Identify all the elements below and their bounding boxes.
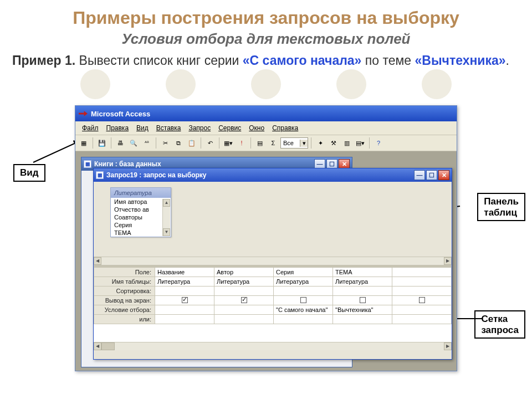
menu-help[interactable]: Справка — [269, 123, 301, 133]
cut-button[interactable]: ✂ — [159, 137, 171, 149]
cell-empty[interactable] — [392, 305, 452, 315]
cell-sort[interactable] — [333, 287, 392, 296]
menu-insert[interactable]: Вставка — [153, 123, 185, 133]
show-checkbox[interactable] — [300, 297, 306, 303]
cell-sort[interactable] — [155, 287, 214, 296]
scroll-thumb[interactable] — [101, 342, 115, 350]
cell-or[interactable] — [274, 315, 333, 324]
cell-field[interactable]: Название — [155, 268, 214, 277]
page-subtitle: Условия отбора для текстовых полей — [0, 30, 532, 48]
field-item[interactable]: Отчество ав — [111, 206, 171, 213]
menu-window[interactable]: Окно — [245, 123, 268, 133]
field-item[interactable]: Серия — [111, 221, 171, 229]
showtable-button[interactable]: ▤ — [254, 137, 266, 149]
toolbar: ▦ 💾 🖶 🔍 ᴬᴮ ✂ ⧉ 📋 ↶ ▦▾ ! ▤ Σ Все▾ ✦ ⚒ ▥ ▤… — [75, 135, 457, 151]
cell-empty[interactable] — [392, 315, 452, 324]
show-checkbox[interactable] — [241, 297, 247, 303]
table-pane[interactable]: Литература Имя автора Отчество ав Соавто… — [94, 182, 452, 265]
table-box-header[interactable]: Литература — [111, 188, 171, 198]
table-vscroll[interactable]: ▲ ▼ — [162, 199, 170, 236]
cell-table[interactable]: Литература — [214, 277, 274, 287]
cell-empty[interactable] — [392, 268, 452, 277]
scroll-up[interactable]: ▲ — [163, 199, 170, 207]
paste-button[interactable]: 📋 — [186, 137, 198, 149]
cell-field[interactable]: Серия — [274, 268, 333, 277]
cell-show[interactable] — [333, 296, 392, 305]
run-button[interactable]: ! — [236, 137, 248, 149]
help-button[interactable]: ? — [372, 137, 385, 149]
undo-button[interactable]: ↶ — [204, 137, 216, 149]
scroll-down[interactable]: ▼ — [163, 228, 170, 236]
grid-hscroll[interactable]: ◀ ▶ — [94, 342, 452, 350]
svg-line-0 — [33, 141, 80, 162]
cell-or[interactable] — [214, 315, 274, 324]
mdi-db-title: Книги : база данных — [94, 160, 161, 168]
save-button[interactable]: 💾 — [96, 137, 108, 149]
menu-file[interactable]: Файл — [79, 123, 102, 133]
cell-sort[interactable] — [214, 287, 274, 296]
scroll-left[interactable]: ◀ — [94, 257, 101, 265]
field-item[interactable]: Имя автора — [111, 198, 171, 206]
access-titlebar[interactable]: Microsoft Access — [75, 106, 457, 121]
access-app-icon — [79, 109, 88, 118]
table-box[interactable]: Литература Имя автора Отчество ав Соавто… — [110, 187, 171, 237]
spell-button[interactable]: ᴬᴮ — [141, 137, 153, 149]
show-checkbox[interactable] — [182, 297, 188, 303]
tpane-hscroll[interactable]: ◀ ▶ — [94, 257, 452, 265]
print-button[interactable]: 🖶 — [114, 137, 126, 149]
menu-edit[interactable]: Правка — [103, 123, 132, 133]
querytype-button[interactable]: ▦▾ — [222, 137, 234, 149]
row-field: Поле: — [94, 268, 155, 277]
cell-show[interactable] — [214, 296, 274, 305]
design-grid[interactable]: Поле: Название Автор Серия ТЕМА Имя табл… — [94, 267, 452, 350]
cell-show[interactable] — [155, 296, 214, 305]
mdi-query-window[interactable]: ▦ Запрос19 : запрос на выборку — ☐ ✕ Лит… — [93, 168, 452, 360]
topvalues-combo[interactable]: Все▾ — [280, 137, 308, 149]
cell-table[interactable]: Литература — [333, 277, 392, 287]
newobject-button[interactable]: ▤▾ — [354, 137, 366, 149]
show-checkbox[interactable] — [360, 297, 366, 303]
cell-field[interactable]: Автор — [214, 268, 274, 277]
menu-view[interactable]: Вид — [133, 123, 152, 133]
dbwindow-button[interactable]: ▥ — [341, 137, 353, 149]
show-checkbox[interactable] — [419, 297, 425, 303]
page-title: Примеры построения запросов на выборку — [0, 0, 532, 28]
query-close-button[interactable]: ✕ — [438, 170, 449, 180]
row-or: или: — [94, 315, 155, 324]
example-label: Пример 1. — [12, 53, 75, 68]
field-item[interactable]: ТЕМА — [111, 229, 171, 237]
cell-criteria[interactable]: "С самого начала" — [274, 305, 333, 315]
preview-button[interactable]: 🔍 — [127, 137, 140, 149]
properties-button[interactable]: ✦ — [314, 137, 326, 149]
cell-field[interactable]: ТЕМА — [333, 268, 392, 277]
cell-criteria[interactable] — [155, 305, 214, 315]
cell-empty[interactable] — [392, 287, 452, 296]
menu-tools[interactable]: Сервис — [215, 123, 244, 133]
query-max-button[interactable]: ☐ — [426, 170, 437, 180]
cell-or[interactable] — [333, 315, 392, 324]
field-item[interactable]: Соавторы — [111, 213, 171, 221]
query-min-button[interactable]: — — [414, 170, 425, 180]
menu-query[interactable]: Запрос — [185, 123, 214, 133]
db-icon: ▦ — [84, 160, 91, 168]
cell-criteria[interactable] — [214, 305, 274, 315]
cell-table[interactable]: Литература — [155, 277, 214, 287]
scroll-right[interactable]: ▶ — [444, 257, 452, 265]
cell-sort[interactable] — [274, 287, 333, 296]
cell-table[interactable]: Литература — [274, 277, 333, 287]
totals-button[interactable]: Σ — [267, 137, 279, 149]
view-button[interactable]: ▦ — [78, 137, 90, 149]
scroll-right[interactable]: ▶ — [444, 342, 452, 350]
mdi-query-titlebar[interactable]: ▦ Запрос19 : запрос на выборку — ☐ ✕ — [94, 168, 452, 182]
cell-or[interactable] — [155, 315, 214, 324]
cell-empty[interactable] — [392, 296, 452, 305]
copy-button[interactable]: ⧉ — [172, 137, 185, 149]
query-icon: ▦ — [96, 171, 104, 179]
cell-empty[interactable] — [392, 277, 452, 287]
table-field-list[interactable]: Имя автора Отчество ав Соавторы Серия ТЕ… — [111, 198, 171, 237]
scroll-left[interactable]: ◀ — [94, 342, 101, 350]
build-button[interactable]: ⚒ — [328, 137, 340, 149]
menubar: Файл Правка Вид Вставка Запрос Сервис Ок… — [75, 121, 457, 135]
cell-criteria[interactable]: "Вычтехника" — [333, 305, 392, 315]
cell-show[interactable] — [274, 296, 333, 305]
